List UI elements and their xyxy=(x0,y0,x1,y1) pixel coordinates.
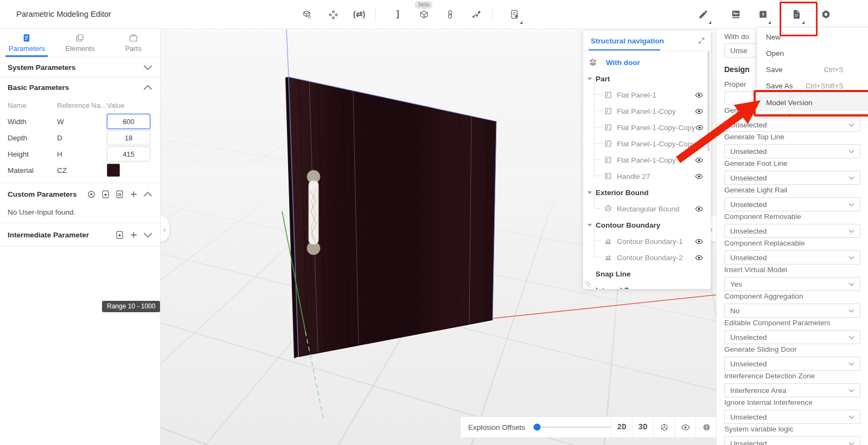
panel-icon xyxy=(604,139,612,148)
help-icon[interactable]: ? xyxy=(750,0,776,28)
material-swatch[interactable] xyxy=(107,164,120,177)
tab-elements[interactable]: Elements xyxy=(53,28,106,57)
tree-item-flat-panel-1-copy[interactable]: Flat Panel-1-Copy xyxy=(583,152,711,168)
section-bracket-icon[interactable]: ] xyxy=(385,0,411,28)
param-name: Height xyxy=(8,150,57,158)
tree-item-flat-panel-1-copy-copy[interactable]: Flat Panel-1-Copy-Copy xyxy=(583,119,711,136)
col-name: Name xyxy=(8,101,57,109)
field-select-editable-component-parameters[interactable]: Unselected xyxy=(724,330,860,344)
swap-parameters-icon[interactable]: (⇄) xyxy=(346,0,372,28)
tree-item-rectangular-bound[interactable]: Rectangular Bound xyxy=(583,201,711,217)
menu-item-open[interactable]: Open xyxy=(757,45,868,61)
chevron-up-icon[interactable] xyxy=(143,190,152,199)
structural-navigation-panel: Structural navigation With doorPartFlat … xyxy=(583,31,711,289)
tree-root-label: With door xyxy=(606,59,640,67)
col-reference: Reference Na... xyxy=(57,101,107,109)
chevron-down-icon[interactable] xyxy=(143,63,152,72)
menu-item-new[interactable]: New xyxy=(757,29,868,45)
tree-group-contour-boundary[interactable]: Contour Boundary xyxy=(583,217,711,233)
chevron-down-icon[interactable] xyxy=(143,230,152,240)
cube-icon xyxy=(660,423,669,432)
target-circle-icon[interactable] xyxy=(87,190,96,199)
field-select-generate-light-rail[interactable]: Unselected xyxy=(724,197,860,211)
add-plus-icon[interactable] xyxy=(129,230,138,240)
panel-resize-grip[interactable] xyxy=(585,281,591,287)
tree-group-snap-line[interactable]: Snap Line xyxy=(583,266,711,282)
field-label: System variable logic xyxy=(724,425,860,434)
view-3d-button[interactable]: 3D xyxy=(632,417,653,437)
visibility-eye-icon[interactable] xyxy=(695,156,703,164)
settings-nut-icon[interactable] xyxy=(813,0,839,28)
tree-item-flat-panel-1[interactable]: Flat Panel-1 xyxy=(583,87,711,103)
field-select-generate-foot-line[interactable]: Unselected xyxy=(724,171,860,185)
tree-item-handle-27[interactable]: Handle 27 xyxy=(583,168,711,184)
visibility-eye-icon[interactable] xyxy=(695,254,703,262)
tree-group-internal-zone[interactable]: Internal Zone xyxy=(583,282,711,289)
view-2d-button[interactable]: 2D xyxy=(611,417,632,437)
elements-icon xyxy=(75,33,85,43)
tree-item-label: Contour Boundary-1 xyxy=(617,237,683,246)
field-select-generate-sliding-door[interactable]: Unselected xyxy=(724,357,860,371)
tab-parameters[interactable]: Parameters xyxy=(0,28,53,57)
visibility-eye-icon[interactable] xyxy=(695,140,704,148)
visibility-eye-icon[interactable] xyxy=(695,237,703,246)
formula-cube-icon[interactable]: beta fx xyxy=(411,0,437,28)
field-select-generate-countertop[interactable]: Unselected xyxy=(724,118,860,132)
tab-parts[interactable]: Parts xyxy=(107,28,160,57)
field-select-generate-top-line[interactable]: Unselected xyxy=(724,144,860,158)
cube-view-button[interactable] xyxy=(653,417,674,437)
field-value: Yes xyxy=(730,280,742,288)
node-graph-icon[interactable] xyxy=(463,0,489,28)
basic-parameters-section[interactable]: Basic Parameters xyxy=(0,78,160,97)
import-circle-document-icon[interactable] xyxy=(115,190,124,199)
add-plus-icon[interactable] xyxy=(129,190,138,199)
eye-icon xyxy=(681,423,690,432)
depth-value-input[interactable] xyxy=(107,130,150,145)
edit-pencil-icon[interactable] xyxy=(690,0,716,28)
system-parameters-section[interactable]: System Parameters xyxy=(0,57,160,77)
chevron-up-icon[interactable] xyxy=(143,83,152,92)
tree-group-exterior-bound[interactable]: Exterior Bound xyxy=(583,184,711,201)
intermediate-parameter-section[interactable]: Intermediate Parameter xyxy=(0,223,160,246)
expand-panel-icon[interactable] xyxy=(698,37,705,44)
warning-button[interactable] xyxy=(695,417,716,437)
visibility-eye-icon[interactable] xyxy=(695,172,703,180)
property-field-component-aggregation: Component AggregationNo xyxy=(724,292,860,318)
visibility-eye-icon[interactable] xyxy=(695,91,703,99)
field-select-ignore-internal-interference[interactable]: Unselected xyxy=(724,410,860,424)
visibility-eye-icon[interactable] xyxy=(695,205,703,213)
import-star-document-icon[interactable] xyxy=(115,230,124,240)
height-value-input[interactable] xyxy=(107,146,150,162)
array-pattern-icon[interactable] xyxy=(320,0,346,28)
custom-parameters-section[interactable]: Custom Parameters xyxy=(0,183,160,205)
visibility-eye-icon[interactable] xyxy=(695,107,703,115)
tree-root-with-door[interactable]: With door xyxy=(583,54,711,70)
tree-item-contour-boundary-2[interactable]: Contour Boundary-2 xyxy=(583,249,711,266)
visibility-button[interactable] xyxy=(674,417,695,437)
slider-knob[interactable] xyxy=(534,424,541,431)
tree-item-contour-boundary-1[interactable]: Contour Boundary-1 xyxy=(583,233,711,249)
explosion-offsets-slider[interactable] xyxy=(533,427,611,428)
measure-pill-icon[interactable] xyxy=(437,0,463,28)
file-document-icon[interactable] xyxy=(783,0,809,28)
width-value-input[interactable] xyxy=(107,114,150,129)
field-select-component-replaceable[interactable]: Unselected xyxy=(724,250,860,265)
export-document-icon[interactable] xyxy=(501,0,527,28)
visibility-eye-icon[interactable] xyxy=(695,124,704,132)
tree-item-flat-panel-1-copy[interactable]: Flat Panel-1-Copy xyxy=(583,103,711,119)
tree-item-flat-panel-1-copy-copy[interactable]: Flat Panel-1-Copy-Copy xyxy=(583,136,711,152)
field-select-insert-virtual-model[interactable]: Yes xyxy=(724,277,860,291)
import-star-document-icon[interactable] xyxy=(101,190,110,199)
tree-group-part[interactable]: Part xyxy=(583,70,711,87)
field-select-component-aggregation[interactable]: No xyxy=(724,304,860,318)
menu-item-model-version[interactable]: Model Version xyxy=(757,94,868,111)
model-cube-icon[interactable] xyxy=(294,0,320,28)
panel-scrollbar-thumb[interactable] xyxy=(707,51,710,152)
svg-text:fx: fx xyxy=(424,15,427,18)
activity-monitor-icon[interactable] xyxy=(723,0,749,28)
menu-item-save[interactable]: SaveCtrl+S xyxy=(757,61,868,78)
field-select-interference-detection-zone[interactable]: Interference Area xyxy=(724,383,860,397)
field-select-component-removable[interactable]: Unselected xyxy=(724,224,860,238)
field-select-system-variable-logic[interactable]: Unselected xyxy=(724,436,860,445)
menu-item-save-as[interactable]: Save AsCtrl+Shift+S xyxy=(757,78,868,94)
